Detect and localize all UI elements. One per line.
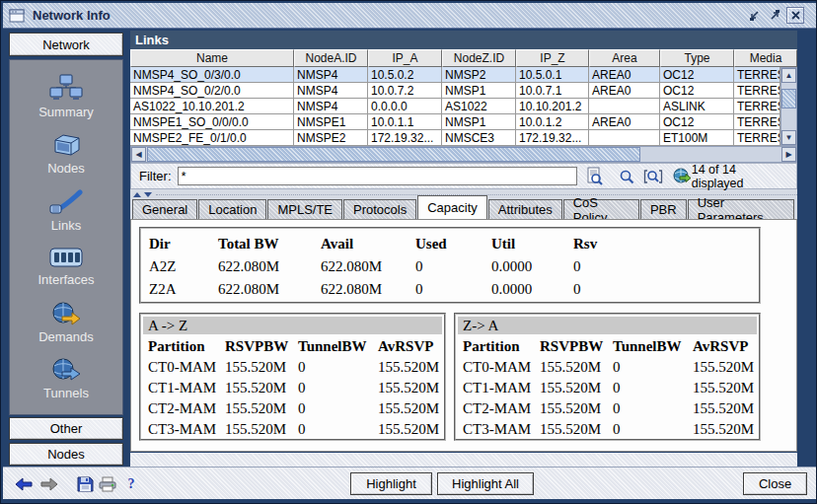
other-group-button[interactable]: Other [9, 417, 123, 440]
titlebar[interactable]: Network Info [3, 3, 816, 29]
partition-panel-z-to-a: Z-> A Partition RSVPBW TunnelBW AvRSVP C… [454, 313, 761, 441]
cell: AS1022 [442, 99, 516, 114]
forward-icon[interactable] [40, 475, 58, 492]
column-header[interactable]: IP_A [368, 49, 442, 67]
print-icon[interactable] [99, 475, 116, 492]
detail-tabs: General Location MPLS/TE Protocols Capac… [132, 195, 795, 219]
network-info-window: Network Info Network Summary [0, 0, 817, 504]
tab-pbr[interactable]: PBR [640, 199, 687, 219]
sidebar-item-interfaces[interactable]: Interfaces [37, 246, 94, 287]
help-icon[interactable]: ? [122, 475, 140, 492]
cell: NMSPE1_SO_0/0/0.0 [130, 114, 294, 130]
column-header[interactable]: Media [734, 49, 797, 67]
scroll-down-button[interactable]: ▼ [781, 130, 796, 145]
network-group-button[interactable]: Network [9, 33, 123, 56]
highlight-button[interactable]: Highlight [350, 472, 432, 495]
tab-user-parameters[interactable]: User Parameters [688, 199, 794, 219]
tab-cos-policy[interactable]: CoS Policy [563, 199, 639, 219]
partition-title: Z-> A [458, 317, 757, 334]
sidebar-item-nodes[interactable]: Nodes [47, 132, 85, 176]
cell: ET100M [660, 130, 734, 146]
summary-monitors-icon [48, 74, 84, 102]
scroll-up-button[interactable]: ▲ [781, 68, 796, 83]
sidebar-item-label: Demands [38, 329, 94, 344]
column-header[interactable]: NodeA.ID [294, 49, 368, 67]
demands-globe-icon [50, 301, 82, 326]
globe-export-icon[interactable] [672, 168, 692, 184]
filter-status-text: 14 of 14 displayed [692, 163, 788, 190]
filter-label: Filter: [139, 169, 172, 183]
tab-general[interactable]: General [132, 199, 197, 219]
minimize-icon[interactable] [745, 7, 763, 24]
tab-location[interactable]: Location [198, 199, 266, 219]
cell: 172.19.32... [516, 130, 589, 146]
tab-attributes[interactable]: Attributes [488, 199, 562, 219]
cell [589, 99, 660, 114]
cell: AS1022_10.10.201.2 [130, 99, 294, 114]
partition-row: CT1-MAM 155.520M 0 155.520M [458, 378, 757, 398]
nodes-group-button[interactable]: Nodes [9, 443, 123, 466]
scroll-right-button[interactable]: ▶ [781, 147, 796, 162]
vertical-scroll-thumb[interactable] [781, 89, 796, 108]
partition-row: CT0-MAM 155.520M 0 155.520M [458, 357, 757, 378]
table-row[interactable]: NMSP4_SO_0/2/0.0 NMSP4 10.0.7.2 NMSP1 10… [130, 83, 780, 99]
cell: TERRES [734, 83, 780, 99]
cell: 10.0.1.1 [368, 114, 442, 130]
horizontal-scroll-thumb[interactable] [147, 147, 640, 162]
sidebar-item-demands[interactable]: Demands [38, 301, 94, 344]
sidebar-item-label: Links [51, 218, 81, 233]
partition-header-row: Partition RSVPBW TunnelBW AvRSVP [458, 336, 757, 357]
column-header[interactable]: IP_Z [516, 49, 589, 67]
partition-header-row: Partition RSVPBW TunnelBW AvRSVP [143, 336, 442, 357]
highlight-all-label: Highlight All [452, 476, 519, 491]
cell: NMSP1 [442, 114, 516, 130]
zoom-icon[interactable] [619, 169, 634, 184]
links-cable-icon [48, 189, 84, 215]
partition-row: CT3-MAM 155.520M 0 155.520M [143, 419, 442, 440]
cell: 0.0.0.0 [368, 99, 442, 114]
column-header[interactable]: Name [130, 49, 294, 67]
sidebar-item-label: Summary [38, 105, 94, 119]
close-icon[interactable] [786, 7, 804, 24]
highlight-label: Highlight [366, 476, 416, 491]
column-header[interactable]: Area [589, 49, 660, 67]
zoom-area-icon[interactable] [643, 169, 663, 184]
sidebar-item-tunnels[interactable]: Tunnels [43, 357, 89, 400]
report-search-icon[interactable] [586, 167, 603, 185]
sidebar-item-links[interactable]: Links [48, 189, 84, 233]
tab-mpls-te[interactable]: MPLS/TE [267, 199, 342, 219]
close-button[interactable]: Close [743, 472, 807, 495]
cell: NMSPE2 [294, 130, 368, 146]
table-row[interactable]: NMSPE1_SO_0/0/0.0 NMSPE1 10.0.1.1 NMSP1 … [130, 114, 780, 130]
partition-row: CT2-MAM 155.520M 0 155.520M [143, 398, 442, 419]
partition-row: CT2-MAM 155.520M 0 155.520M [458, 398, 757, 419]
tab-protocols[interactable]: Protocols [343, 199, 416, 219]
back-icon[interactable] [15, 475, 33, 492]
sidebar-icon-panel: Summary Nodes Links [9, 59, 123, 415]
cell: 10.0.7.1 [516, 83, 589, 99]
save-icon[interactable] [76, 475, 94, 492]
partition-panel-a-to-z: A -> Z Partition RSVPBW TunnelBW AvRSVP … [139, 313, 446, 441]
tunnels-globe-icon [50, 357, 82, 383]
cell: OC12 [660, 83, 734, 99]
cell: NMSP4 [294, 83, 368, 99]
cell: 10.0.7.2 [368, 83, 442, 99]
table-row[interactable]: NMSPE2_FE_0/1/0.0 NMSPE2 172.19.32... NM… [130, 130, 780, 146]
cell: AREA0 [589, 83, 660, 99]
summary-header-row: Dir Total BW Avail Used Util Rsv [149, 233, 759, 255]
tab-capacity[interactable]: Capacity [417, 195, 487, 219]
restore-icon[interactable] [766, 7, 783, 24]
filter-input[interactable] [178, 167, 577, 185]
column-header[interactable]: Type [660, 49, 734, 67]
summary-row-a2z: A2Z 622.080M 622.080M 0 0.0000 0 [149, 255, 759, 278]
column-header[interactable]: NodeZ.ID [442, 49, 516, 67]
table-row[interactable]: AS1022_10.10.201.2 NMSP4 0.0.0.0 AS1022 … [130, 99, 780, 114]
sidebar-item-summary[interactable]: Summary [38, 74, 94, 119]
highlight-all-button[interactable]: Highlight All [437, 472, 534, 495]
cell: NMSCE3 [442, 130, 516, 146]
cell: ASLINK [660, 99, 734, 114]
cell: 10.10.201.2 [516, 99, 589, 114]
cell [589, 130, 660, 146]
scroll-left-button[interactable]: ◀ [131, 147, 146, 162]
table-row[interactable]: NMSP4_SO_0/3/0.0 NMSP4 10.5.0.2 NMSP2 10… [130, 67, 780, 83]
